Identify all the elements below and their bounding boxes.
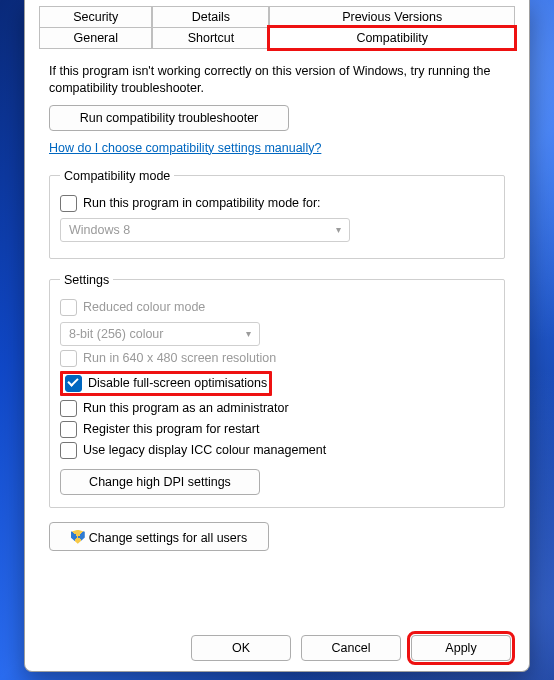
compat-mode-label: Run this program in compatibility mode f…	[83, 196, 321, 210]
change-dpi-button[interactable]: Change high DPI settings	[60, 469, 260, 495]
legacy-icc-label: Use legacy display ICC colour management	[83, 443, 326, 457]
tab-security[interactable]: Security	[39, 6, 152, 27]
reduced-colour-label: Reduced colour mode	[83, 300, 205, 314]
tab-details[interactable]: Details	[152, 6, 269, 27]
compat-mode-select[interactable]: Windows 8 ▾	[60, 218, 350, 242]
chevron-down-icon: ▾	[336, 224, 341, 235]
change-all-users-label: Change settings for all users	[89, 531, 247, 545]
compat-mode-legend: Compatibility mode	[60, 169, 174, 183]
dialog-footer: OK Cancel Apply	[25, 635, 529, 661]
run-troubleshooter-button[interactable]: Run compatibility troubleshooter	[49, 105, 289, 131]
compat-mode-checkbox[interactable]	[60, 195, 77, 212]
properties-dialog: Security Details Previous Versions Gener…	[24, 0, 530, 672]
apply-button[interactable]: Apply	[411, 635, 511, 661]
tab-strip: Security Details Previous Versions Gener…	[39, 6, 515, 49]
settings-group: Settings Reduced colour mode 8-bit (256)…	[49, 273, 505, 508]
chevron-down-icon: ▾	[246, 328, 251, 339]
run-as-admin-label: Run this program as an administrator	[83, 401, 289, 415]
register-restart-checkbox[interactable]	[60, 421, 77, 438]
tab-general[interactable]: General	[39, 27, 152, 49]
disable-fso-checkbox[interactable]	[65, 375, 82, 392]
reduced-colour-checkbox	[60, 299, 77, 316]
tab-shortcut[interactable]: Shortcut	[152, 27, 269, 49]
legacy-icc-checkbox[interactable]	[60, 442, 77, 459]
compat-mode-select-value: Windows 8	[69, 223, 130, 237]
tab-compatibility[interactable]: Compatibility	[269, 27, 515, 49]
colour-mode-select-value: 8-bit (256) colour	[69, 327, 164, 341]
run-640-checkbox	[60, 350, 77, 367]
disable-fso-label: Disable full-screen optimisations	[88, 376, 267, 390]
register-restart-label: Register this program for restart	[83, 422, 259, 436]
help-link[interactable]: How do I choose compatibility settings m…	[49, 141, 321, 155]
uac-shield-icon	[71, 530, 85, 544]
change-all-users-button[interactable]: Change settings for all users	[49, 522, 269, 551]
tab-previous-versions[interactable]: Previous Versions	[269, 6, 515, 27]
cancel-button[interactable]: Cancel	[301, 635, 401, 661]
run-640-label: Run in 640 x 480 screen resolution	[83, 351, 276, 365]
intro-text: If this program isn't working correctly …	[49, 63, 505, 97]
settings-legend: Settings	[60, 273, 113, 287]
ok-button[interactable]: OK	[191, 635, 291, 661]
colour-mode-select: 8-bit (256) colour ▾	[60, 322, 260, 346]
run-as-admin-checkbox[interactable]	[60, 400, 77, 417]
compatibility-mode-group: Compatibility mode Run this program in c…	[49, 169, 505, 259]
